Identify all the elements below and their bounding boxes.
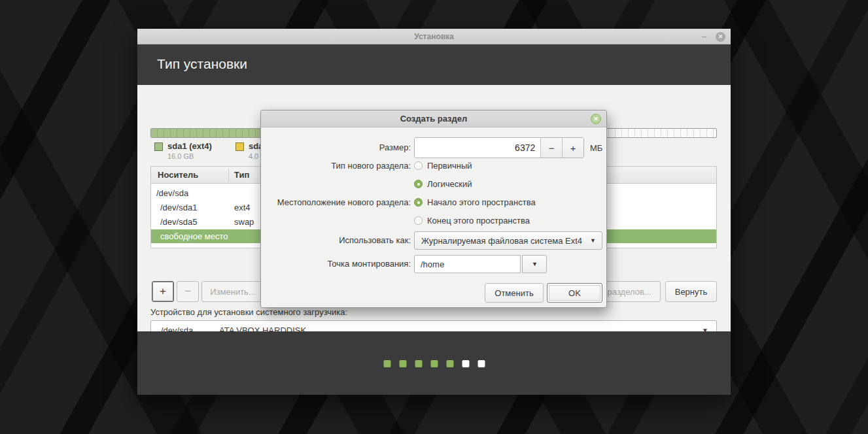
legend-swatch-green: [154, 142, 163, 151]
page-title: Тип установки: [157, 56, 247, 72]
close-icon[interactable]: ✕: [716, 32, 725, 42]
progress-dot: [430, 360, 438, 367]
radio-end-of-space[interactable]: [414, 216, 423, 225]
progress-dot: [399, 360, 406, 367]
ok-button[interactable]: OK: [547, 283, 602, 303]
window-controls: – ✕: [702, 29, 725, 44]
radio-beginning-of-space[interactable]: [414, 198, 423, 207]
radio-logical[interactable]: [414, 180, 423, 188]
column-header-type[interactable]: Тип: [234, 170, 249, 180]
revert-button[interactable]: Вернуть: [665, 281, 717, 302]
radio-end-label[interactable]: Конец этого пространства: [427, 216, 530, 225]
radio-primary[interactable]: [414, 161, 423, 170]
boot-device-label: Устройство для установки системного загр…: [150, 307, 347, 317]
column-divider[interactable]: [228, 169, 229, 182]
cell-device: /dev/sda5: [160, 217, 197, 227]
size-spinbox: − +: [414, 137, 584, 158]
dialog-titlebar[interactable]: Создать раздел ✕: [261, 110, 606, 127]
cell-device: свободное место: [160, 231, 228, 241]
dialog-close-icon[interactable]: ✕: [591, 114, 601, 124]
create-partition-dialog: Создать раздел ✕ Размер: − + МБ Тип ново…: [260, 110, 607, 308]
use-as-dropdown[interactable]: Журналируемая файловая система Ext4 ▼: [414, 231, 602, 250]
dialog-title: Создать раздел: [400, 114, 468, 124]
progress-dot: [415, 360, 422, 367]
wizard-footer: [137, 331, 731, 395]
cancel-button[interactable]: Отменить: [485, 283, 544, 303]
mount-point-value: /home: [421, 259, 444, 269]
chevron-down-icon: ▼: [590, 237, 596, 244]
minimize-icon[interactable]: –: [702, 33, 706, 40]
cell-device: /dev/sda: [156, 188, 188, 198]
size-label: Размер:: [261, 142, 411, 152]
progress-dot: [462, 360, 469, 367]
legend-item-sda1: sda1 (ext4) 16.0 GB: [154, 141, 212, 160]
legend-swatch-yellow: [235, 142, 244, 151]
remove-partition-button[interactable]: −: [177, 281, 199, 302]
legend-label: sda1 (ext4): [167, 141, 212, 151]
use-as-value: Журналируемая файловая система Ext4: [421, 236, 582, 246]
size-decrement-button[interactable]: −: [540, 138, 562, 158]
use-as-label: Использовать как:: [261, 235, 411, 245]
window-title: Установка: [414, 32, 454, 41]
add-partition-button[interactable]: +: [152, 281, 174, 302]
window-titlebar[interactable]: Установка – ✕: [137, 29, 731, 44]
cell-type: ext4: [234, 203, 251, 212]
location-group-label: Местоположение нового раздела:: [261, 197, 411, 207]
page-header: Тип установки: [137, 44, 731, 85]
mount-point-label: Точка монтирования:: [261, 259, 411, 269]
change-partition-button[interactable]: Изменить...: [201, 281, 264, 302]
size-unit-label: МБ: [590, 143, 602, 153]
type-group-label: Тип нового раздела:: [261, 161, 411, 171]
size-increment-button[interactable]: +: [562, 138, 583, 158]
progress-dot: [446, 360, 453, 367]
legend-size: 16.0 GB: [167, 152, 212, 160]
radio-beginning-label[interactable]: Начало этого пространства: [427, 197, 536, 207]
chevron-down-icon: ▼: [532, 261, 538, 267]
cell-type: swap: [234, 217, 254, 227]
progress-dot: [383, 360, 391, 367]
desktop-background: Установка – ✕ Тип установки: [0, 0, 868, 434]
progress-dots: [383, 360, 485, 367]
size-input[interactable]: [415, 138, 540, 158]
mount-point-input[interactable]: /home: [414, 255, 521, 273]
progress-dot: [477, 360, 485, 367]
column-header-device[interactable]: Носитель: [158, 170, 198, 180]
mount-point-dropdown-button[interactable]: ▼: [522, 255, 547, 273]
cell-device: /dev/sda1: [160, 203, 197, 212]
radio-logical-label[interactable]: Логический: [427, 179, 472, 189]
radio-primary-label[interactable]: Первичный: [427, 161, 472, 171]
